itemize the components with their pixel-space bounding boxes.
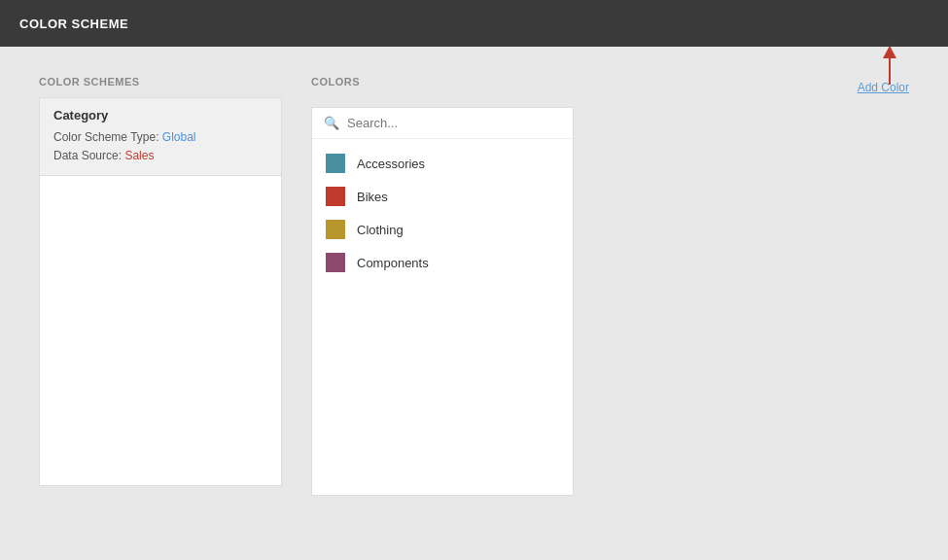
right-panel: COLORS Add Color 🔍 Accessories bbox=[311, 76, 909, 496]
app-header: COLOR SCHEME bbox=[0, 0, 948, 47]
color-name-bikes: Bikes bbox=[357, 190, 388, 204]
svg-marker-1 bbox=[883, 46, 896, 58]
main-content: COLOR SCHEMES Category Color Scheme Type… bbox=[0, 47, 948, 525]
scheme-source-value: Sales bbox=[124, 149, 154, 162]
add-color-container: Add Color bbox=[858, 80, 909, 94]
app-title: COLOR SCHEME bbox=[19, 17, 128, 31]
color-list: Accessories Bikes Clothing Components bbox=[312, 139, 573, 287]
scheme-type-label: Color Scheme Type: bbox=[53, 130, 159, 144]
search-bar: 🔍 bbox=[312, 108, 573, 139]
scheme-item[interactable]: Category Color Scheme Type: Global Data … bbox=[40, 98, 281, 176]
arrow-annotation bbox=[865, 41, 914, 89]
scheme-type-value: Global bbox=[162, 130, 196, 144]
left-panel: COLOR SCHEMES Category Color Scheme Type… bbox=[39, 76, 282, 496]
colors-panel: 🔍 Accessories Bikes Clothing bbox=[311, 107, 574, 496]
color-name-components: Components bbox=[357, 256, 429, 270]
color-name-clothing: Clothing bbox=[357, 223, 404, 237]
list-item[interactable]: Accessories bbox=[312, 147, 573, 180]
color-swatch-clothing bbox=[326, 220, 345, 239]
color-swatch-bikes bbox=[326, 187, 345, 206]
scheme-item-meta: Color Scheme Type: Global Data Source: S… bbox=[53, 128, 267, 165]
color-swatch-accessories bbox=[326, 154, 345, 173]
scheme-item-title: Category bbox=[53, 108, 267, 122]
search-input[interactable] bbox=[347, 116, 561, 130]
colors-label: COLORS bbox=[311, 76, 360, 88]
color-schemes-list: Category Color Scheme Type: Global Data … bbox=[39, 97, 282, 486]
color-name-accessories: Accessories bbox=[357, 157, 425, 171]
list-item[interactable]: Clothing bbox=[312, 213, 573, 246]
color-schemes-label: COLOR SCHEMES bbox=[39, 76, 282, 88]
list-item[interactable]: Components bbox=[312, 246, 573, 279]
scheme-source-label: Data Source: bbox=[53, 149, 122, 162]
search-icon: 🔍 bbox=[324, 116, 339, 130]
color-swatch-components bbox=[326, 253, 345, 272]
list-item[interactable]: Bikes bbox=[312, 180, 573, 213]
colors-header: COLORS Add Color bbox=[311, 76, 909, 97]
